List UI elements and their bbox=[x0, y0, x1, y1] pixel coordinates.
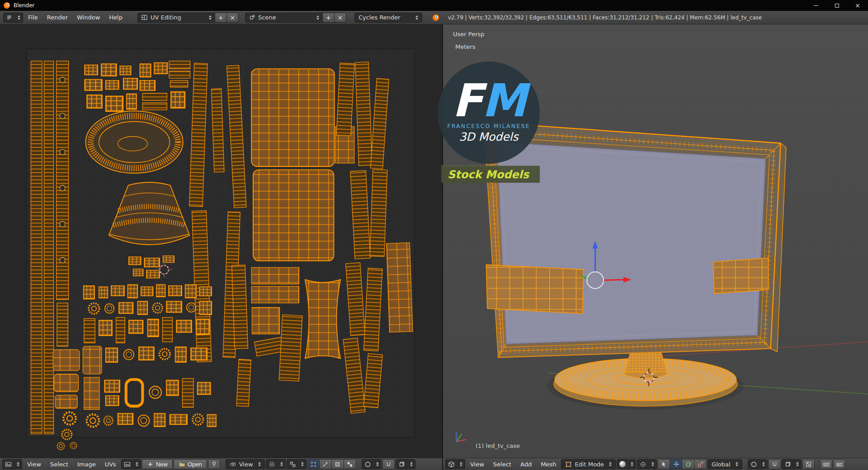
vertex-select-icon bbox=[310, 461, 317, 468]
scene-selector[interactable]: Scene + × bbox=[245, 13, 346, 23]
rotate-icon bbox=[685, 461, 692, 468]
snap-element-dropdown-3d[interactable] bbox=[782, 459, 802, 469]
camera-anim-icon bbox=[836, 461, 843, 468]
menu-file[interactable]: File bbox=[24, 14, 42, 21]
window-controls: × bbox=[806, 0, 868, 11]
delete-scene-button[interactable]: × bbox=[335, 13, 346, 23]
snap-toggle-3d[interactable] bbox=[769, 459, 781, 469]
v3d-menu-view[interactable]: View bbox=[466, 461, 488, 468]
mode-eye-icon bbox=[230, 461, 236, 468]
blender-logo-icon bbox=[432, 14, 439, 21]
opengl-render-anim-button[interactable] bbox=[833, 459, 845, 469]
uv-select-mode-group bbox=[307, 459, 356, 469]
orientation-label: Global bbox=[712, 461, 730, 468]
scene-statistics: v2.79 | Verts:32,392/32,392 | Edges:63,5… bbox=[448, 14, 762, 21]
sticky-selection-dropdown[interactable] bbox=[287, 459, 307, 469]
info-editor-icon bbox=[6, 14, 13, 21]
viewport-3d-header: View Select Add Mesh Edit Mode bbox=[443, 458, 868, 470]
manipulator-translate-toggle[interactable] bbox=[670, 459, 682, 469]
uv-menu-image[interactable]: Image bbox=[73, 461, 100, 468]
magnet-icon bbox=[385, 461, 392, 468]
uv-menu-view[interactable]: View bbox=[23, 461, 45, 468]
manipulator-group bbox=[658, 459, 707, 469]
orientation-dropdown[interactable]: Global bbox=[708, 459, 742, 469]
snap-element-3d-icon bbox=[784, 461, 791, 468]
uv-image-editor: View Select Image UVs New Open bbox=[0, 24, 443, 470]
pin-icon bbox=[211, 461, 217, 468]
face-select-icon bbox=[334, 461, 341, 468]
image-icon bbox=[124, 461, 131, 468]
menu-window[interactable]: Window bbox=[73, 14, 104, 21]
image-pin-button[interactable] bbox=[208, 459, 220, 469]
selected-faces-right bbox=[713, 258, 768, 294]
v3d-menu-mesh[interactable]: Mesh bbox=[537, 461, 560, 468]
edge-select-icon bbox=[322, 461, 329, 468]
image-open-button[interactable]: Open bbox=[174, 459, 207, 469]
uv-pivot-dropdown[interactable] bbox=[266, 459, 286, 469]
opengl-render-button[interactable] bbox=[820, 459, 832, 469]
manipulator-toggle[interactable] bbox=[658, 459, 670, 469]
v3d-menu-add[interactable]: Add bbox=[516, 461, 536, 468]
maximize-button[interactable] bbox=[826, 0, 847, 11]
snap-element-dropdown[interactable] bbox=[396, 459, 415, 469]
image-editor-mode-dropdown[interactable]: View bbox=[226, 459, 265, 469]
island-select-icon bbox=[346, 461, 353, 468]
snap-toggle[interactable] bbox=[382, 459, 395, 469]
proportional-edit-dropdown[interactable] bbox=[362, 459, 382, 469]
add-scene-button[interactable]: + bbox=[323, 13, 335, 23]
pointer-icon bbox=[660, 461, 667, 468]
edit-mode-icon bbox=[565, 461, 572, 468]
screen-layout-icon bbox=[141, 14, 148, 21]
occlude-geometry-toggle[interactable] bbox=[802, 459, 815, 469]
image-browse-dropdown[interactable] bbox=[121, 459, 141, 469]
pivot-icon bbox=[269, 461, 275, 468]
manipulator-rotate-toggle[interactable] bbox=[682, 459, 694, 469]
window-title: Blender bbox=[14, 2, 35, 9]
scene-icon bbox=[249, 14, 255, 21]
occlude-icon bbox=[805, 461, 812, 468]
uv-menu-uvs[interactable]: UVs bbox=[101, 461, 120, 468]
add-layout-button[interactable]: + bbox=[215, 13, 227, 23]
image-editor-icon bbox=[5, 461, 12, 468]
delete-layout-button[interactable]: × bbox=[227, 13, 239, 23]
uv-menu-select[interactable]: Select bbox=[46, 461, 72, 468]
v3d-menu-select[interactable]: Select bbox=[489, 461, 515, 468]
viewport-3d: User Persp Meters (1) led_tv_case FM FRA… bbox=[443, 24, 868, 470]
sticky-icon bbox=[289, 461, 296, 468]
mode-label: Edit Mode bbox=[575, 461, 604, 468]
shading-sphere-icon bbox=[619, 461, 626, 467]
viewport-shading-dropdown[interactable] bbox=[617, 459, 636, 469]
blender-app-icon bbox=[3, 2, 10, 9]
uv-select-vertex-button[interactable] bbox=[307, 459, 320, 469]
scene-name: Scene bbox=[258, 14, 311, 21]
pivot-point-icon bbox=[640, 461, 646, 468]
render-engine-name: Cycles Render bbox=[359, 14, 401, 21]
editor-type-button-info[interactable] bbox=[3, 13, 23, 23]
close-button[interactable]: × bbox=[847, 0, 868, 11]
proportional-edit-dropdown-3d[interactable] bbox=[748, 459, 768, 469]
uv-select-face-button[interactable] bbox=[332, 459, 344, 469]
plus-icon bbox=[147, 461, 154, 468]
info-header: File Render Window Help UV Editing + × S… bbox=[0, 11, 868, 24]
pivot-point-dropdown[interactable] bbox=[637, 459, 657, 469]
menu-render[interactable]: Render bbox=[43, 14, 72, 21]
view3d-editor-type-button[interactable] bbox=[445, 459, 465, 469]
uv-select-island-button[interactable] bbox=[344, 459, 356, 469]
proportional-edit-icon bbox=[364, 461, 371, 468]
uv-editor-canvas[interactable] bbox=[0, 24, 442, 458]
image-new-button[interactable]: New bbox=[142, 459, 173, 469]
render-engine-dropdown[interactable]: Cycles Render bbox=[354, 13, 422, 23]
manipulator-scale-toggle[interactable] bbox=[694, 459, 707, 469]
magnet-3d-icon bbox=[771, 461, 778, 468]
mode-dropdown[interactable]: Edit Mode bbox=[561, 459, 616, 469]
tv-model-graphic bbox=[443, 24, 868, 458]
uv-editor-type-button[interactable] bbox=[2, 459, 22, 469]
viewport-3d-canvas[interactable]: User Persp Meters (1) led_tv_case FM FRA… bbox=[443, 24, 868, 458]
minimize-button[interactable] bbox=[806, 0, 826, 11]
proportional-edit-3d-icon bbox=[750, 461, 757, 468]
snap-element-icon bbox=[398, 461, 405, 468]
uv-select-edge-button[interactable] bbox=[320, 459, 332, 469]
blender-window: Blender × File Render Window Help UV Edi… bbox=[0, 0, 868, 470]
screen-layout-selector[interactable]: UV Editing + × bbox=[137, 13, 239, 23]
menu-help[interactable]: Help bbox=[105, 14, 127, 21]
